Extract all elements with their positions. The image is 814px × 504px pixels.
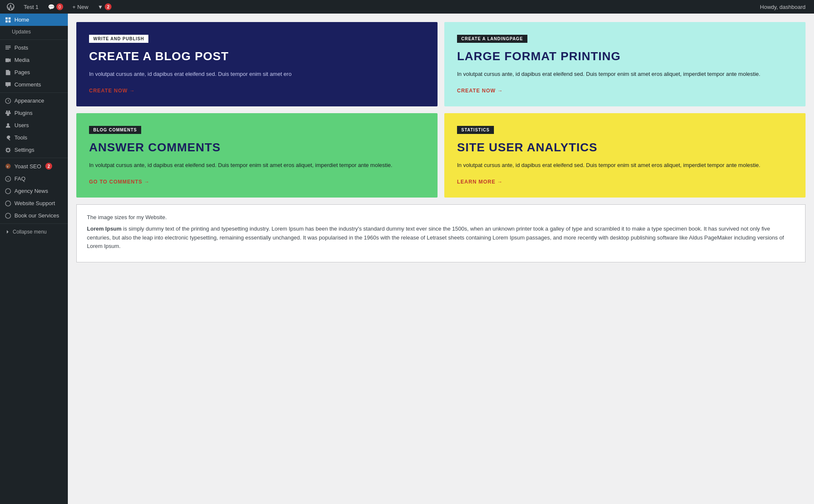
card-blog-post: Write and Publish CREATE A BLOG POST In … (76, 22, 438, 106)
sidebar-item-posts[interactable]: Posts (0, 42, 68, 54)
info-box-bold: Lorem Ipsum (87, 226, 122, 232)
card3-title: ANSWER COMMENTS (89, 141, 425, 154)
svg-text:Y: Y (7, 165, 9, 168)
yoast-adminbar-badge: 2 (105, 3, 112, 10)
sidebar-dashboard-label: Home (14, 17, 29, 23)
card-analytics: Statistics SITE USER ANALYTICS In volutp… (444, 113, 806, 198)
main-content: Write and Publish CREATE A BLOG POST In … (68, 14, 814, 504)
sidebar-item-book-services[interactable]: Book our Services (0, 209, 68, 222)
adminbar-site-name[interactable]: Test 1 (20, 0, 42, 14)
svg-point-15 (6, 188, 11, 193)
card3-body: In volutpat cursus ante, id dapibus erat… (89, 161, 425, 170)
sidebar-item-updates[interactable]: Updates (0, 26, 68, 38)
svg-rect-7 (6, 110, 8, 112)
svg-text:?: ? (7, 177, 9, 181)
yoast-sidebar-badge: 2 (45, 163, 52, 170)
card2-tag: Create a Landingpage (457, 35, 527, 43)
info-box-text: is simply dummy text of the printing and… (87, 226, 784, 250)
sidebar-item-users[interactable]: Users (0, 119, 68, 131)
info-box: The image sizes for my Website. Lorem Ip… (76, 204, 806, 262)
sidebar-item-agency-news[interactable]: Agency News (0, 185, 68, 197)
svg-rect-5 (6, 58, 9, 62)
svg-rect-8 (8, 110, 10, 112)
admin-bar: Test 1 💬 0 + New ▼ 2 Howdy, dashboard (0, 0, 814, 14)
info-box-body: Lorem Ipsum is simply dummy text of the … (87, 225, 795, 251)
card4-link[interactable]: LEARN MORE → (457, 179, 503, 185)
sidebar-item-appearance[interactable]: Appearance (0, 95, 68, 107)
svg-rect-1 (6, 17, 8, 19)
card4-tag: Statistics (457, 126, 494, 134)
card3-tag: Blog Comments (89, 126, 141, 134)
adminbar-howdy: Howdy, dashboard (760, 4, 811, 10)
svg-rect-3 (6, 20, 8, 22)
svg-rect-4 (8, 20, 11, 22)
svg-point-0 (7, 3, 14, 10)
card3-link[interactable]: GO TO COMMENTS → (89, 179, 150, 185)
admin-sidebar: Home Updates Posts Media Pages Comments … (0, 14, 68, 504)
svg-point-10 (7, 123, 9, 125)
card4-title: SITE USER ANALYTICS (457, 141, 793, 154)
sidebar-item-tools[interactable]: Tools (0, 131, 68, 144)
svg-rect-9 (7, 114, 9, 115)
card-landing-page: Create a Landingpage LARGE FORMAT PRINTI… (444, 22, 806, 106)
adminbar-comments[interactable]: 💬 0 (45, 0, 67, 14)
info-box-headline: The image sizes for my Website. (87, 213, 795, 222)
card1-title: CREATE A BLOG POST (89, 50, 425, 63)
card4-body: In volutpat cursus ante, id dapibus erat… (457, 161, 793, 170)
svg-point-17 (6, 213, 11, 218)
comments-count-badge: 0 (56, 3, 63, 10)
collapse-menu-button[interactable]: Collapse menu (0, 226, 68, 238)
card2-body: In volutpat cursus ante, id dapibus erat… (457, 70, 793, 79)
card-comments: Blog Comments ANSWER COMMENTS In volutpa… (76, 113, 438, 198)
card1-body: In volutpat cursus ante, id dapibus erat… (89, 70, 425, 79)
card2-title: LARGE FORMAT PRINTING (457, 50, 793, 63)
card1-link[interactable]: CREATE NOW → (89, 88, 135, 94)
dashboard-top-grid: Write and Publish CREATE A BLOG POST In … (76, 22, 806, 106)
sidebar-item-settings[interactable]: Settings (0, 144, 68, 156)
sidebar-item-faq[interactable]: ? FAQ (0, 173, 68, 185)
svg-point-16 (6, 200, 11, 206)
sidebar-item-media[interactable]: Media (0, 54, 68, 66)
dashboard-bottom-grid: Blog Comments ANSWER COMMENTS In volutpa… (76, 113, 806, 198)
svg-rect-2 (8, 17, 11, 19)
adminbar-yoast[interactable]: ▼ 2 (94, 0, 115, 14)
card1-tag: Write and Publish (89, 35, 148, 43)
adminbar-new-button[interactable]: + New (69, 0, 92, 14)
adminbar-wp-logo[interactable] (3, 0, 18, 14)
sidebar-item-yoast[interactable]: Y Yoast SEO 2 (0, 160, 68, 173)
card2-link[interactable]: CREATE NOW → (457, 88, 503, 94)
sidebar-item-plugins[interactable]: Plugins (0, 107, 68, 119)
sidebar-item-dashboard[interactable]: Home (0, 14, 68, 26)
sidebar-item-comments[interactable]: Comments (0, 78, 68, 91)
sidebar-item-website-support[interactable]: Website Support (0, 197, 68, 209)
sidebar-item-pages[interactable]: Pages (0, 66, 68, 78)
